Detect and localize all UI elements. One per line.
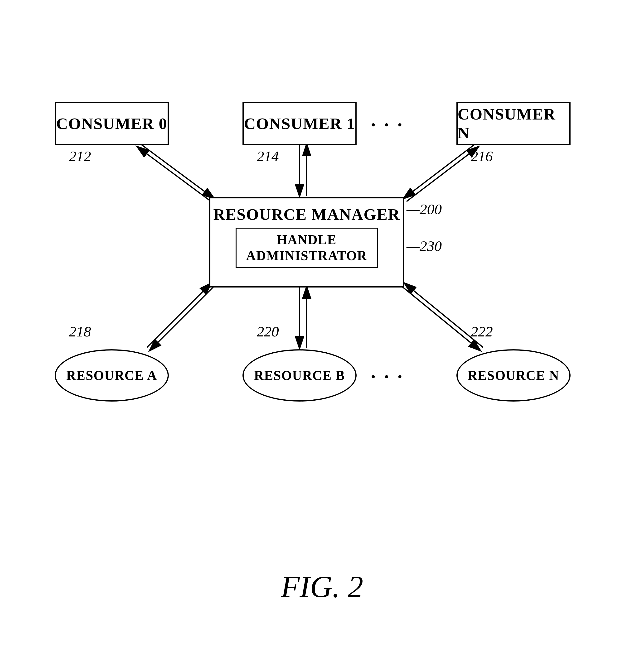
diagram-container: CONSUMER 0 212 CONSUMER 1 214 · · · CONS… bbox=[48, 71, 596, 594]
resource-a-ellipse: RESOURCE A bbox=[55, 349, 169, 402]
resource-a-label: RESOURCE A bbox=[66, 368, 157, 383]
resource-b-ref: 220 bbox=[257, 323, 279, 340]
resource-n-ellipse: RESOURCE N bbox=[456, 349, 571, 402]
figure-label: FIG. 2 bbox=[281, 569, 363, 605]
svg-line-3 bbox=[137, 147, 211, 202]
consumer-0-ref: 212 bbox=[69, 148, 91, 165]
resources-dots: · · · bbox=[371, 366, 404, 388]
consumer-1-label: CONSUMER 1 bbox=[244, 114, 355, 133]
resource-manager-ref: —200 bbox=[407, 201, 442, 218]
consumer-n-label: CONSUMER N bbox=[458, 105, 569, 142]
consumer-n-box: CONSUMER N bbox=[456, 102, 571, 145]
resource-b-label: RESOURCE B bbox=[254, 368, 345, 383]
consumer-n-ref: 216 bbox=[471, 148, 493, 165]
handle-admin-box: HANDLE ADMINISTRATOR bbox=[236, 228, 377, 268]
resource-n-ref: 222 bbox=[471, 323, 493, 340]
svg-line-8 bbox=[150, 286, 214, 351]
handle-admin-ref: —230 bbox=[407, 238, 442, 254]
consumer-1-box: CONSUMER 1 bbox=[243, 102, 357, 145]
handle-admin-label: HANDLE ADMINISTRATOR bbox=[246, 232, 367, 264]
svg-line-12 bbox=[402, 286, 480, 351]
svg-line-7 bbox=[407, 147, 478, 202]
resource-b-ellipse: RESOURCE B bbox=[243, 349, 357, 402]
consumers-dots: · · · bbox=[371, 114, 404, 136]
consumer-0-box: CONSUMER 0 bbox=[55, 102, 169, 145]
resource-n-label: RESOURCE N bbox=[468, 368, 559, 383]
svg-line-9 bbox=[147, 283, 211, 347]
resource-a-ref: 218 bbox=[69, 323, 91, 340]
resource-manager-label: RESOURCE MANAGER bbox=[213, 205, 400, 223]
consumer-0-label: CONSUMER 0 bbox=[56, 114, 168, 133]
arrows-svg bbox=[48, 71, 596, 594]
resource-manager-box: RESOURCE MANAGER HANDLE ADMINISTRATOR bbox=[209, 197, 404, 288]
consumer-1-ref: 214 bbox=[257, 148, 279, 165]
svg-line-2 bbox=[140, 144, 214, 199]
svg-line-6 bbox=[404, 144, 475, 199]
